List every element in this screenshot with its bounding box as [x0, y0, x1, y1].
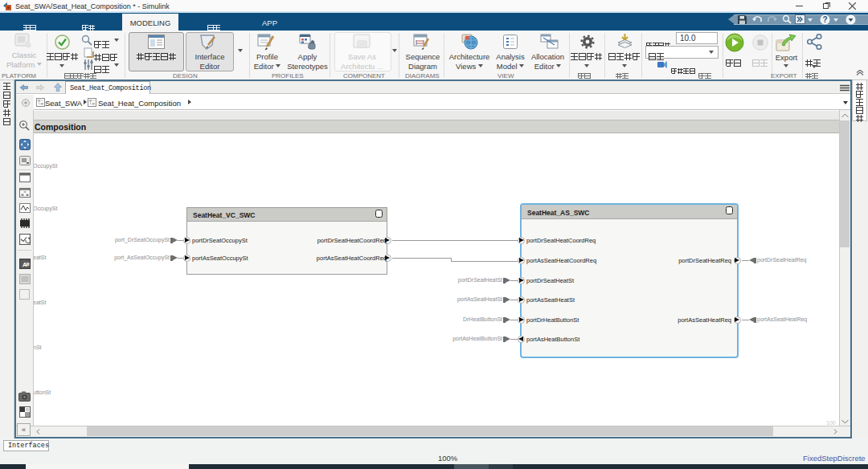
svg-text:?: ?: [822, 15, 827, 24]
